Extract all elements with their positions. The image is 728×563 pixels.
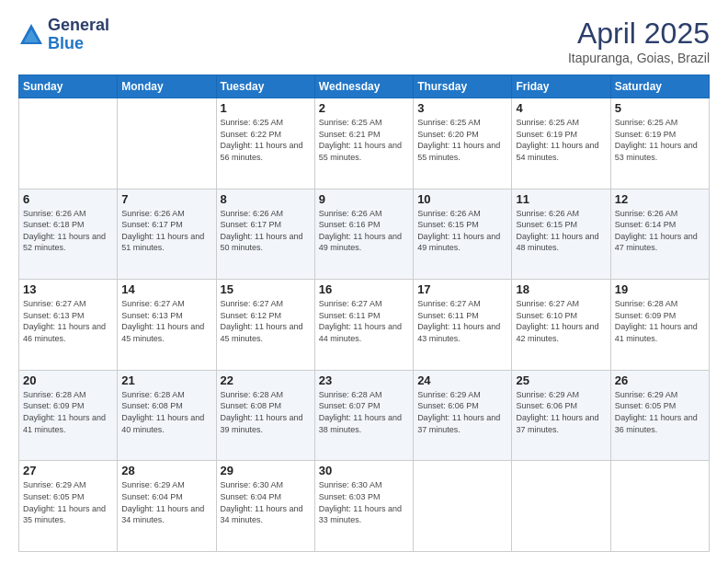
calendar-week-3: 13Sunrise: 6:27 AMSunset: 6:13 PMDayligh…	[19, 280, 710, 371]
day-number: 22	[221, 373, 311, 387]
day-number: 10	[417, 192, 507, 206]
table-row: 15Sunrise: 6:27 AMSunset: 6:12 PMDayligh…	[216, 280, 314, 371]
table-row: 22Sunrise: 6:28 AMSunset: 6:08 PMDayligh…	[216, 370, 314, 461]
day-number: 23	[319, 373, 409, 387]
table-row	[118, 98, 216, 190]
logo-blue-text: Blue	[48, 35, 109, 53]
day-number: 8	[221, 192, 311, 206]
table-row: 18Sunrise: 6:27 AMSunset: 6:10 PMDayligh…	[512, 280, 610, 371]
table-row: 13Sunrise: 6:27 AMSunset: 6:13 PMDayligh…	[19, 280, 118, 371]
day-number: 4	[516, 101, 606, 115]
day-info: Sunrise: 6:29 AMSunset: 6:04 PMDaylight:…	[121, 479, 211, 525]
header: General Blue April 2025 Itapuranga, Goia…	[18, 17, 710, 65]
day-info: Sunrise: 6:27 AMSunset: 6:13 PMDaylight:…	[121, 298, 211, 344]
day-info: Sunrise: 6:26 AMSunset: 6:17 PMDaylight:…	[221, 208, 311, 254]
logo: General Blue	[18, 17, 109, 53]
day-number: 29	[221, 464, 311, 477]
day-info: Sunrise: 6:26 AMSunset: 6:14 PMDaylight:…	[615, 208, 705, 254]
day-info: Sunrise: 6:26 AMSunset: 6:15 PMDaylight:…	[417, 208, 507, 254]
day-info: Sunrise: 6:28 AMSunset: 6:08 PMDaylight:…	[221, 389, 311, 435]
day-number: 26	[615, 373, 705, 387]
table-row: 29Sunrise: 6:30 AMSunset: 6:04 PMDayligh…	[216, 461, 314, 552]
day-info: Sunrise: 6:29 AMSunset: 6:05 PMDaylight:…	[23, 479, 113, 525]
table-row: 21Sunrise: 6:28 AMSunset: 6:08 PMDayligh…	[118, 370, 216, 461]
table-row: 11Sunrise: 6:26 AMSunset: 6:15 PMDayligh…	[512, 189, 610, 280]
table-row	[512, 461, 610, 552]
table-row: 28Sunrise: 6:29 AMSunset: 6:04 PMDayligh…	[118, 461, 216, 552]
table-row: 8Sunrise: 6:26 AMSunset: 6:17 PMDaylight…	[216, 189, 314, 280]
table-row: 16Sunrise: 6:27 AMSunset: 6:11 PMDayligh…	[314, 280, 413, 371]
day-number: 12	[615, 192, 705, 206]
day-number: 14	[121, 282, 211, 296]
table-row: 9Sunrise: 6:26 AMSunset: 6:16 PMDaylight…	[314, 189, 413, 280]
month-title: April 2025	[568, 17, 710, 51]
day-info: Sunrise: 6:27 AMSunset: 6:12 PMDaylight:…	[221, 298, 311, 344]
day-number: 9	[319, 192, 409, 206]
table-row: 17Sunrise: 6:27 AMSunset: 6:11 PMDayligh…	[414, 280, 512, 371]
day-info: Sunrise: 6:26 AMSunset: 6:15 PMDaylight:…	[516, 208, 606, 254]
col-sunday: Sunday	[19, 75, 118, 98]
day-number: 11	[516, 192, 606, 206]
calendar-table: Sunday Monday Tuesday Wednesday Thursday…	[18, 75, 710, 552]
table-row: 6Sunrise: 6:26 AMSunset: 6:18 PMDaylight…	[19, 189, 118, 280]
table-row: 27Sunrise: 6:29 AMSunset: 6:05 PMDayligh…	[19, 461, 118, 552]
day-number: 1	[221, 101, 311, 115]
table-row: 20Sunrise: 6:28 AMSunset: 6:09 PMDayligh…	[19, 370, 118, 461]
table-row: 12Sunrise: 6:26 AMSunset: 6:14 PMDayligh…	[610, 189, 709, 280]
day-number: 27	[23, 464, 113, 477]
day-info: Sunrise: 6:28 AMSunset: 6:08 PMDaylight:…	[121, 389, 211, 435]
table-row: 7Sunrise: 6:26 AMSunset: 6:17 PMDaylight…	[118, 189, 216, 280]
col-monday: Monday	[118, 75, 216, 98]
calendar-header-row: Sunday Monday Tuesday Wednesday Thursday…	[19, 75, 710, 98]
day-info: Sunrise: 6:25 AMSunset: 6:19 PMDaylight:…	[615, 117, 705, 163]
table-row: 3Sunrise: 6:25 AMSunset: 6:20 PMDaylight…	[414, 98, 512, 190]
table-row: 25Sunrise: 6:29 AMSunset: 6:06 PMDayligh…	[512, 370, 610, 461]
day-number: 7	[121, 192, 211, 206]
day-info: Sunrise: 6:27 AMSunset: 6:10 PMDaylight:…	[516, 298, 606, 344]
col-friday: Friday	[512, 75, 610, 98]
calendar-week-5: 27Sunrise: 6:29 AMSunset: 6:05 PMDayligh…	[19, 461, 710, 552]
day-number: 28	[121, 464, 211, 477]
table-row: 2Sunrise: 6:25 AMSunset: 6:21 PMDaylight…	[314, 98, 413, 190]
col-wednesday: Wednesday	[314, 75, 413, 98]
day-info: Sunrise: 6:28 AMSunset: 6:09 PMDaylight:…	[615, 298, 705, 344]
col-tuesday: Tuesday	[216, 75, 314, 98]
table-row	[414, 461, 512, 552]
day-info: Sunrise: 6:26 AMSunset: 6:18 PMDaylight:…	[23, 208, 113, 254]
day-info: Sunrise: 6:28 AMSunset: 6:07 PMDaylight:…	[319, 389, 409, 435]
table-row: 24Sunrise: 6:29 AMSunset: 6:06 PMDayligh…	[414, 370, 512, 461]
day-info: Sunrise: 6:25 AMSunset: 6:21 PMDaylight:…	[319, 117, 409, 163]
table-row: 30Sunrise: 6:30 AMSunset: 6:03 PMDayligh…	[314, 461, 413, 552]
day-number: 15	[221, 282, 311, 296]
day-info: Sunrise: 6:27 AMSunset: 6:13 PMDaylight:…	[23, 298, 113, 344]
day-info: Sunrise: 6:25 AMSunset: 6:19 PMDaylight:…	[516, 117, 606, 163]
col-thursday: Thursday	[414, 75, 512, 98]
table-row: 1Sunrise: 6:25 AMSunset: 6:22 PMDaylight…	[216, 98, 314, 190]
day-info: Sunrise: 6:25 AMSunset: 6:20 PMDaylight:…	[417, 117, 507, 163]
calendar-week-2: 6Sunrise: 6:26 AMSunset: 6:18 PMDaylight…	[19, 189, 710, 280]
day-number: 20	[23, 373, 113, 387]
day-number: 3	[417, 101, 507, 115]
table-row: 19Sunrise: 6:28 AMSunset: 6:09 PMDayligh…	[610, 280, 709, 371]
page: General Blue April 2025 Itapuranga, Goia…	[0, 0, 728, 563]
table-row	[610, 461, 709, 552]
day-info: Sunrise: 6:25 AMSunset: 6:22 PMDaylight:…	[221, 117, 311, 163]
calendar-week-4: 20Sunrise: 6:28 AMSunset: 6:09 PMDayligh…	[19, 370, 710, 461]
day-info: Sunrise: 6:28 AMSunset: 6:09 PMDaylight:…	[23, 389, 113, 435]
logo-text: General Blue	[48, 17, 109, 53]
logo-general-text: General	[48, 17, 109, 35]
table-row: 4Sunrise: 6:25 AMSunset: 6:19 PMDaylight…	[512, 98, 610, 190]
day-number: 18	[516, 282, 606, 296]
day-number: 6	[23, 192, 113, 206]
table-row: 26Sunrise: 6:29 AMSunset: 6:05 PMDayligh…	[610, 370, 709, 461]
table-row: 5Sunrise: 6:25 AMSunset: 6:19 PMDaylight…	[610, 98, 709, 190]
day-number: 2	[319, 101, 409, 115]
day-number: 13	[23, 282, 113, 296]
table-row: 23Sunrise: 6:28 AMSunset: 6:07 PMDayligh…	[314, 370, 413, 461]
day-info: Sunrise: 6:26 AMSunset: 6:17 PMDaylight:…	[121, 208, 211, 254]
day-info: Sunrise: 6:26 AMSunset: 6:16 PMDaylight:…	[319, 208, 409, 254]
table-row: 14Sunrise: 6:27 AMSunset: 6:13 PMDayligh…	[118, 280, 216, 371]
table-row: 10Sunrise: 6:26 AMSunset: 6:15 PMDayligh…	[414, 189, 512, 280]
title-block: April 2025 Itapuranga, Goias, Brazil	[568, 17, 710, 65]
subtitle: Itapuranga, Goias, Brazil	[568, 51, 710, 65]
